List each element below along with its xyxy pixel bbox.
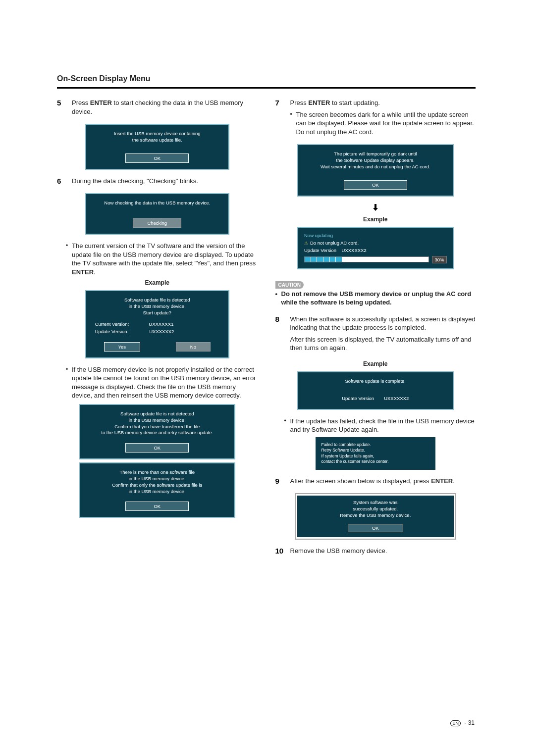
- dialog-go-dark: The picture will temporarily go dark unt…: [297, 144, 454, 196]
- step-number: 7: [275, 99, 285, 139]
- ok-button[interactable]: OK: [125, 502, 189, 511]
- example-label: Example: [275, 216, 476, 223]
- divider: [57, 87, 476, 89]
- example-label: Example: [275, 360, 476, 367]
- dialog-message: Insert the USB memory device containing …: [91, 131, 223, 144]
- dialog-update-detected: Software update file is detected in the …: [85, 290, 229, 358]
- caution-text: • Do not remove the USB memory device or…: [275, 290, 476, 307]
- bullet-text: The screen becomes dark for a while unti…: [296, 110, 476, 137]
- dialog-panel: Software update file is detected in the …: [85, 290, 229, 358]
- arrow-down-icon: [275, 203, 476, 213]
- example-label: Example: [57, 279, 258, 286]
- step-number: 8: [275, 315, 285, 355]
- dialog-panel: Software update file is not detected in …: [79, 404, 236, 459]
- checking-button[interactable]: Checking: [133, 218, 181, 228]
- now-updating-label: Now updating: [304, 233, 447, 238]
- step-number: 5: [57, 99, 67, 119]
- dialog-panel: The picture will temporarily go dark unt…: [297, 144, 454, 196]
- bullet-item: • If the update has failed, check the fi…: [284, 417, 476, 434]
- dialog-not-detected: Software update file is not detected in …: [79, 404, 236, 459]
- dialog-now-updating: Now updating Do not unplug AC cord. Upda…: [297, 227, 454, 269]
- step-text: During the data checking, "Checking" bli…: [72, 177, 258, 186]
- ok-button[interactable]: OK: [344, 180, 407, 190]
- page: On-Screen Display Menu 5 Press ENTER to …: [0, 0, 535, 756]
- step-text: When the software is successfully update…: [290, 315, 476, 332]
- step-body: Press ENTER to start checking the data i…: [72, 99, 258, 119]
- step-8: 8 When the software is successfully upda…: [275, 315, 476, 355]
- version-row: Update Version UXXXXXX2: [303, 396, 448, 401]
- dialog-failed: Failed to complete update. Retry Softwar…: [316, 437, 435, 470]
- dialog-message: Software update file is not detected in …: [85, 411, 230, 436]
- step-body: After the screen shown below is displaye…: [290, 477, 476, 489]
- step-9: 9 After the screen shown below is displa…: [275, 477, 476, 489]
- bullet-dot: •: [290, 110, 293, 137]
- progress-percent: 30%: [432, 256, 446, 263]
- ok-button[interactable]: OK: [125, 443, 189, 453]
- step-10: 10 Remove the USB memory device.: [275, 547, 476, 558]
- dialog-more-than-one: There is more than one software file in …: [79, 462, 236, 518]
- button-row: OK: [85, 443, 230, 453]
- dialog-insert-usb: Insert the USB memory device containing …: [85, 124, 229, 170]
- button-row: OK: [91, 153, 223, 163]
- dialog-message: Now checking the data in the USB memory …: [91, 200, 223, 206]
- progress-bar: [304, 256, 429, 262]
- bullet-text: If the USB memory device is not properly…: [72, 365, 258, 400]
- dialog-message: The picture will temporarily go dark unt…: [303, 151, 448, 170]
- step-body: Press ENTER to start updating. • The scr…: [290, 99, 476, 139]
- dialog-checking: Now checking the data in the USB memory …: [85, 193, 229, 235]
- bullet-text: The current version of the TV software a…: [72, 242, 258, 276]
- right-column: 7 Press ENTER to start updating. • The s…: [275, 99, 476, 563]
- ok-button[interactable]: OK: [125, 153, 189, 163]
- bullet-dot: •: [66, 365, 69, 400]
- bullet-text: If the update has failed, check the file…: [290, 417, 476, 434]
- dialog-message: Software update file is detected in the …: [91, 297, 223, 316]
- step-text: After the screen shown below is displaye…: [290, 477, 476, 486]
- step-7: 7 Press ENTER to start updating. • The s…: [275, 99, 476, 139]
- bullet-dot: •: [284, 417, 287, 434]
- ok-button[interactable]: OK: [348, 524, 403, 532]
- version-row: Update Version UXXXXXX2: [304, 248, 447, 253]
- warning-label: Do not unplug AC cord.: [304, 240, 447, 246]
- dialog-update-complete: Software update is complete. Update Vers…: [297, 371, 454, 410]
- dialog-success: System software was successfully updated…: [297, 496, 454, 537]
- dialog-panel: Now updating Do not unplug AC cord. Upda…: [297, 227, 454, 269]
- dialog-message: There is more than one software file in …: [85, 469, 230, 495]
- step-body: During the data checking, "Checking" bli…: [72, 177, 258, 189]
- version-rows: Current Version:UXXXXXX1 Update Version:…: [91, 321, 223, 334]
- yes-button[interactable]: Yes: [104, 342, 141, 352]
- bullet-item: • If the USB memory device is not proper…: [66, 365, 258, 400]
- dialog-message: System software was successfully updated…: [302, 500, 449, 518]
- button-row: OK: [85, 502, 230, 511]
- step-5: 5 Press ENTER to start checking the data…: [57, 99, 258, 119]
- dialog-message: Software update is complete.: [303, 378, 448, 385]
- dialog-panel: Insert the USB memory device containing …: [85, 124, 229, 170]
- bullet-item: • The screen becomes dark for a while un…: [290, 110, 476, 137]
- dialog-panel: Now checking the data in the USB memory …: [85, 193, 229, 235]
- step-text: Press ENTER to start checking the data i…: [72, 99, 258, 116]
- step-text: Press ENTER to start updating.: [290, 99, 476, 107]
- caution-tag: CAUTION: [275, 281, 304, 289]
- lang-badge: EN: [450, 720, 461, 726]
- button-row: OK: [302, 524, 449, 532]
- step-text: After this screen is displayed, the TV a…: [290, 335, 476, 353]
- columns: 5 Press ENTER to start checking the data…: [57, 99, 476, 563]
- bullet-dot: •: [66, 242, 69, 276]
- button-row: Yes No: [91, 342, 223, 352]
- step-number: 9: [275, 477, 285, 489]
- step-body: When the software is successfully update…: [290, 315, 476, 355]
- step-number: 6: [57, 177, 67, 189]
- progress-row: 30%: [304, 256, 447, 263]
- page-number: EN - 31: [450, 719, 475, 726]
- left-column: 5 Press ENTER to start checking the data…: [57, 99, 258, 563]
- dialog-panel: Software update is complete. Update Vers…: [297, 371, 454, 410]
- step-body: Remove the USB memory device.: [290, 547, 476, 558]
- dialog-panel: There is more than one software file in …: [79, 462, 236, 518]
- bullet-item: • The current version of the TV software…: [66, 242, 258, 276]
- step-6: 6 During the data checking, "Checking" b…: [57, 177, 258, 189]
- page-title: On-Screen Display Menu: [57, 74, 476, 83]
- button-row: OK: [303, 180, 448, 190]
- no-button[interactable]: No: [176, 342, 211, 352]
- tv-frame: System software was successfully updated…: [295, 493, 456, 539]
- step-text: Remove the USB memory device.: [290, 547, 476, 555]
- button-row: Checking: [91, 218, 223, 228]
